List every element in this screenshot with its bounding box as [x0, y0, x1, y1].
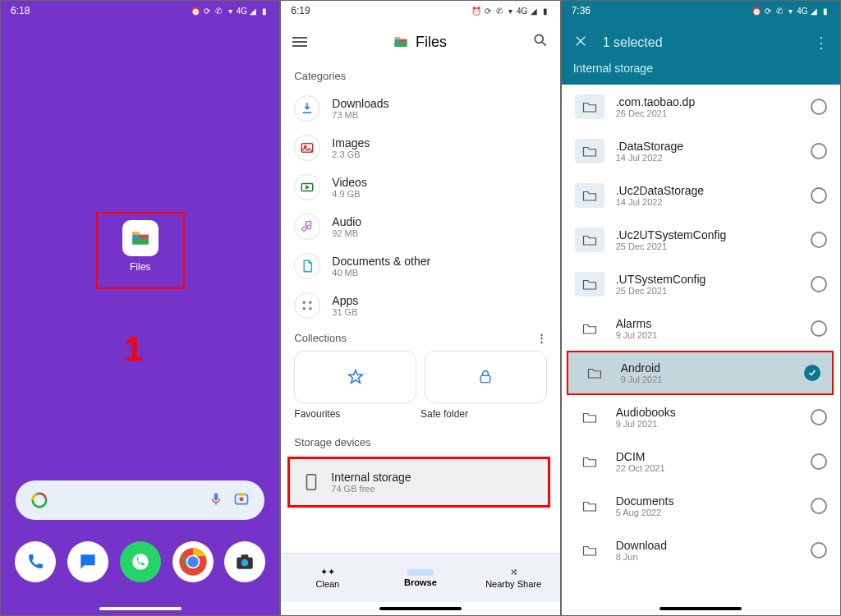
folder-row[interactable]: Documents5 Aug 2022 — [562, 484, 840, 528]
folder-row[interactable]: .Uc2UTSystemConfig25 Dec 2021 — [562, 218, 840, 262]
folder-icon — [575, 183, 604, 208]
svg-point-14 — [535, 34, 543, 43]
categories-header: Categories — [281, 63, 559, 89]
folder-row[interactable]: .Uc2DataStorage14 Jul 2022 — [562, 173, 840, 218]
radio-circle[interactable] — [811, 143, 827, 159]
app-title: Files — [307, 34, 531, 51]
folder-date: 25 Dec 2021 — [616, 241, 727, 251]
lens-icon[interactable] — [233, 490, 250, 510]
svg-line-15 — [542, 43, 545, 46]
safe-folder-label: Safe folder — [420, 408, 547, 420]
apps-icon — [294, 292, 320, 319]
nav-clean[interactable]: ✦✦ Clean — [281, 554, 374, 602]
wifi-icon: ▾ — [506, 6, 516, 16]
dock-whatsapp[interactable] — [120, 541, 161, 582]
category-document[interactable]: Documents & other40 MB — [281, 246, 559, 286]
nav-pill[interactable] — [659, 607, 742, 610]
folder-date: 22 Oct 2021 — [616, 463, 665, 473]
folder-icon — [575, 272, 604, 297]
breadcrumb-path[interactable]: Internal storage — [573, 62, 829, 75]
overflow-icon[interactable]: ⋮ — [536, 332, 547, 344]
category-size: 2.3 GB — [332, 149, 370, 159]
folder-row[interactable]: .com.taobao.dp26 Dec 2021 — [562, 85, 840, 129]
category-video[interactable]: Videos4.9 GB — [281, 168, 559, 207]
folder-row[interactable]: Android9 Jul 2021 — [567, 351, 834, 395]
category-audio[interactable]: Audio92 MB — [281, 207, 559, 246]
category-size: 40 MB — [332, 268, 430, 278]
folder-date: 14 Jul 2022 — [616, 197, 704, 207]
folder-date: 5 Aug 2022 — [616, 508, 674, 517]
mic-icon[interactable] — [209, 491, 223, 509]
dock-chrome[interactable] — [172, 541, 214, 582]
search-icon[interactable] — [532, 32, 549, 52]
svg-point-4 — [240, 497, 244, 501]
nav-pill[interactable] — [99, 607, 182, 610]
radio-circle[interactable] — [811, 498, 827, 514]
browse-scroll[interactable]: Categories Downloads73 MBImages2.3 GBVid… — [281, 63, 559, 553]
category-image[interactable]: Images2.3 GB — [281, 128, 559, 168]
folder-name: Audiobooks — [616, 406, 676, 419]
dock-camera[interactable] — [224, 541, 265, 582]
sync-icon: ⟳ — [202, 6, 212, 16]
alarm-icon: ⏰ — [191, 6, 200, 16]
google-search-bar[interactable] — [16, 480, 264, 520]
overflow-icon[interactable]: ⋮ — [814, 34, 829, 52]
radio-circle[interactable] — [811, 409, 827, 425]
radio-circle[interactable] — [811, 320, 827, 337]
folder-icon — [575, 94, 604, 119]
nav-browse[interactable]: Browse — [374, 554, 466, 602]
wifi-icon: ▾ — [786, 6, 796, 16]
image-icon — [294, 135, 320, 161]
sync-icon: ⟳ — [483, 6, 493, 16]
nav-pill[interactable] — [379, 607, 462, 610]
screen-folder-select: 7:36 ⏰ ⟳ ✆ ▾ 4G ◢ ▮ 1 selected ⋮ Interna… — [561, 0, 841, 616]
download-icon — [294, 95, 320, 122]
radio-circle[interactable] — [811, 453, 827, 470]
network-label: 4G — [517, 6, 527, 16]
svg-rect-24 — [307, 475, 316, 490]
folder-row[interactable]: Alarms9 Jul 2021 — [562, 306, 840, 351]
folder-name: Documents — [616, 494, 674, 508]
radio-circle[interactable] — [811, 99, 827, 115]
files-app-icon[interactable] — [122, 220, 159, 256]
radio-circle[interactable] — [811, 232, 827, 248]
category-name: Documents & other — [332, 255, 430, 268]
folder-list[interactable]: .com.taobao.dp26 Dec 2021.DataStorage14 … — [562, 85, 840, 602]
svg-point-19 — [303, 301, 306, 304]
category-apps[interactable]: Apps31 GB — [281, 286, 559, 325]
svg-point-6 — [132, 554, 149, 570]
internal-storage-row[interactable]: Internal storage 74 GB free — [287, 457, 549, 508]
shuffle-icon: ⤮ — [510, 567, 517, 577]
radio-circle[interactable] — [811, 276, 827, 292]
google-icon — [30, 491, 48, 509]
status-time: 6:19 — [291, 5, 471, 16]
nav-share-label: Nearby Share — [485, 579, 541, 589]
folder-row[interactable]: Audiobooks9 Jul 2021 — [562, 395, 840, 439]
dock-phone[interactable] — [15, 541, 56, 582]
alarm-icon: ⏰ — [471, 6, 481, 16]
audio-icon — [294, 214, 320, 240]
dock-messages[interactable] — [67, 541, 108, 582]
category-download[interactable]: Downloads73 MB — [281, 89, 559, 128]
safe-folder-card[interactable] — [425, 351, 547, 403]
screen-files-browse: 6:19 ⏰ ⟳ ✆ ▾ 4G ◢ ▮ Files Categories Dow… — [280, 0, 560, 616]
folder-name: Download — [616, 539, 667, 552]
svg-rect-1 — [214, 493, 218, 500]
call-icon: ✆ — [214, 6, 223, 16]
folder-row[interactable]: Download8 Jun — [562, 528, 840, 572]
folder-row[interactable]: .UTSystemConfig25 Dec 2021 — [562, 262, 840, 306]
files-app-label: Files — [122, 261, 159, 273]
favourites-card[interactable] — [294, 351, 416, 403]
menu-icon[interactable] — [292, 37, 307, 47]
folder-icon — [575, 449, 604, 474]
folder-name: .DataStorage — [616, 140, 684, 153]
svg-rect-5 — [239, 493, 245, 495]
nav-share[interactable]: ⤮ Nearby Share — [467, 554, 560, 602]
folder-row[interactable]: DCIM22 Oct 2021 — [562, 439, 840, 484]
folder-name: .UTSystemConfig — [616, 273, 706, 286]
nav-clean-label: Clean — [316, 579, 340, 589]
close-icon[interactable] — [573, 34, 588, 52]
folder-row[interactable]: .DataStorage14 Jul 2022 — [562, 129, 840, 173]
radio-circle[interactable] — [811, 542, 827, 559]
radio-circle[interactable] — [811, 187, 827, 204]
